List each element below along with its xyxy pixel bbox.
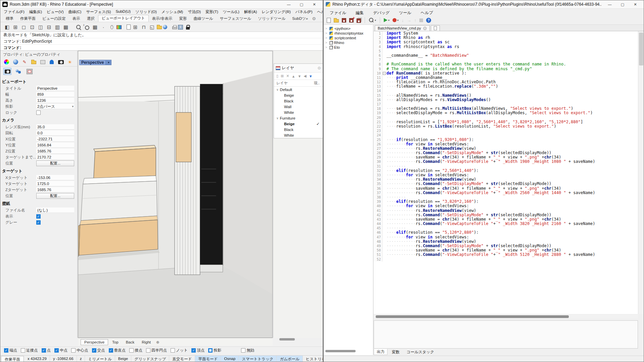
horizontal-scrollbar[interactable] xyxy=(374,315,638,319)
code-line[interactable]: 10-def RunCommand( is_interactive ): xyxy=(374,71,638,76)
osnap-checkbox[interactable] xyxy=(146,348,150,353)
rhino-toolbar-tab[interactable]: 表示/非表示 xyxy=(149,15,176,22)
rhino-toolbar-tab[interactable]: 変形 xyxy=(176,15,190,22)
code-line[interactable]: 3import scriptcontext as sc xyxy=(374,40,638,44)
osnap-checkbox[interactable] xyxy=(171,348,175,353)
editor-menu-item[interactable]: ツール xyxy=(397,10,413,15)
single-viewport-icon[interactable]: ◻ xyxy=(20,24,28,31)
display-mode-icon[interactable] xyxy=(117,25,122,29)
statusbar-item[interactable]: Beige xyxy=(115,356,131,362)
statusbar-item[interactable]: 平面モード xyxy=(195,356,221,362)
property-value[interactable]: 1685.76 xyxy=(36,187,74,192)
toolbar-button[interactable]: ▾ xyxy=(368,17,377,24)
osnap-toggle[interactable]: 近接点 xyxy=(21,348,38,353)
osnap-checkbox[interactable] xyxy=(129,348,134,353)
viewport-tab[interactable]: Perspective xyxy=(81,339,108,345)
panel-horizontal-scrollbar[interactable] xyxy=(279,338,295,341)
three-viewports-icon[interactable]: ◫ xyxy=(37,24,44,31)
rhino-toolbar-tab[interactable]: サーフェスツール xyxy=(217,15,255,22)
osnap-toggle[interactable]: ✓垂直点 xyxy=(109,348,126,353)
tree-item[interactable]: >Eto xyxy=(324,45,373,50)
vertical-scrollbar[interactable] xyxy=(638,31,644,314)
printer-icon[interactable] xyxy=(172,27,177,29)
viewport[interactable]: Perspective ▼ xyxy=(78,51,273,338)
statusbar-item[interactable]: ガムボール xyxy=(277,356,303,362)
statusbar-item[interactable]: 作業平面 xyxy=(1,356,24,362)
minimize-icon[interactable]: — xyxy=(282,1,295,8)
rhino-menu-item[interactable]: 寸法(D) xyxy=(186,9,203,14)
place-button[interactable]: 配置... xyxy=(36,193,74,199)
tree-item[interactable]: >rhinoscriptsyntax xyxy=(324,31,373,36)
code-line[interactable]: 4import rhinoscriptsyntax as rs xyxy=(374,45,638,49)
expander-icon[interactable]: ∨ xyxy=(276,88,279,91)
floating-viewport-icon[interactable]: ◱ xyxy=(148,24,156,31)
osnap-checkbox[interactable] xyxy=(208,348,213,353)
expander-icon[interactable]: > xyxy=(325,27,328,30)
editor-menu-item[interactable]: 編集 xyxy=(354,10,366,15)
toolbar-button[interactable]: ↑ xyxy=(414,17,417,24)
code-line[interactable]: 22····resolution = rs.ListBox(resolution… xyxy=(374,124,638,129)
dropdown-caret-icon[interactable]: ▾ xyxy=(72,104,74,109)
osnap-toggle[interactable]: ノット xyxy=(171,348,188,353)
dropdown-caret-icon[interactable]: ▾ xyxy=(397,19,399,22)
statusbar-item[interactable]: x 43423.29 xyxy=(25,356,50,362)
property-value[interactable]: 1236 xyxy=(36,98,74,103)
command-input[interactable]: コマンド: xyxy=(0,45,323,51)
code-line[interactable]: 14 xyxy=(374,89,638,93)
output-tab[interactable]: コールスタック xyxy=(404,349,437,355)
viewport-title-badge[interactable]: Perspective ▼ xyxy=(79,60,111,65)
capture-icon[interactable]: I xyxy=(178,25,183,30)
property-value[interactable]: 35.0 xyxy=(36,124,74,130)
rhino-menu-item[interactable]: ヘルプ(H) xyxy=(315,9,323,14)
editor-menu-item[interactable]: デバッグ xyxy=(371,10,392,15)
dropdown-caret-icon[interactable]: ▾ xyxy=(375,19,376,22)
property-value[interactable]: Perspective xyxy=(36,86,74,91)
layer-row[interactable]: Beige xyxy=(274,92,323,98)
properties-tab[interactable] xyxy=(12,59,18,65)
osnap-checkbox[interactable] xyxy=(241,348,245,353)
close-icon[interactable]: ✕ xyxy=(308,1,321,8)
editor-menu-item[interactable]: ヘルプ xyxy=(419,10,435,15)
code-line[interactable]: 13····fileName = fileLocation.replace(".… xyxy=(374,84,638,89)
rhino-toolbar-tab[interactable]: ビューの設定 xyxy=(39,15,69,22)
osnap-checkbox[interactable] xyxy=(71,348,76,353)
expander-icon[interactable]: > xyxy=(325,46,328,49)
viewport-tab[interactable]: Back xyxy=(123,340,138,345)
statusbar-item[interactable]: スマートトラック xyxy=(239,356,277,362)
dropdown-caret-icon[interactable]: ▾ xyxy=(388,19,389,22)
layer-row[interactable]: Black xyxy=(274,98,323,104)
lock-view-icon[interactable] xyxy=(184,24,191,31)
viewport-menu-caret-icon[interactable]: ▼ xyxy=(105,60,111,65)
vertical-split-icon[interactable]: ▥ xyxy=(54,24,61,31)
toolbar-button[interactable] xyxy=(326,17,331,24)
toolbar-button[interactable]: ▾ xyxy=(392,17,399,23)
statusbar-item[interactable]: z xyxy=(77,356,85,362)
osnap-checkbox[interactable]: ✓ xyxy=(92,348,96,353)
code-line[interactable]: 46····elif(resolution == "5,120*2,880"): xyxy=(374,230,638,235)
statusbar-item[interactable]: グリッドスナップ xyxy=(131,356,169,362)
property-value[interactable]: 2170.72 xyxy=(36,154,74,160)
expander-icon[interactable]: > xyxy=(325,36,328,40)
new-sublayer-icon[interactable]: ⊞ xyxy=(281,74,284,78)
output-tab[interactable]: 出力 xyxy=(374,349,387,355)
osnap-toggle[interactable]: 中心点 xyxy=(71,348,88,353)
maximize-icon[interactable]: ▢ xyxy=(616,1,629,8)
property-value[interactable]: 1656.84 xyxy=(36,142,74,148)
move-down-icon[interactable]: ▼ xyxy=(297,74,301,78)
property-value[interactable]: 1725.0 xyxy=(36,181,74,186)
vertical-scrollbar-thumb[interactable] xyxy=(639,33,643,65)
osnap-checkbox[interactable]: ✓ xyxy=(4,348,8,353)
rhino-toolbar-tab[interactable]: 曲線ツール xyxy=(190,15,216,22)
viewport-target-icon[interactable]: ⊡ xyxy=(29,24,36,31)
toolbar-button[interactable] xyxy=(419,18,424,23)
collapse-icon[interactable]: ◀ xyxy=(304,74,306,78)
layer-row[interactable]: Black xyxy=(274,127,323,132)
properties-tab[interactable] xyxy=(40,59,46,65)
code-line[interactable]: 19····selectedDisplayMode = rs.MultiList… xyxy=(374,111,638,115)
minimize-icon[interactable]: — xyxy=(603,1,616,8)
rhino-menu-item[interactable]: サーフェス(S) xyxy=(84,9,113,14)
code-line[interactable]: 15····allNamedViews = rs.NamedViews() xyxy=(374,93,638,98)
camera-ball-icon[interactable] xyxy=(163,25,167,29)
osnap-checkbox[interactable]: ✓ xyxy=(109,348,113,353)
expander-icon[interactable]: ∨ xyxy=(276,117,279,120)
